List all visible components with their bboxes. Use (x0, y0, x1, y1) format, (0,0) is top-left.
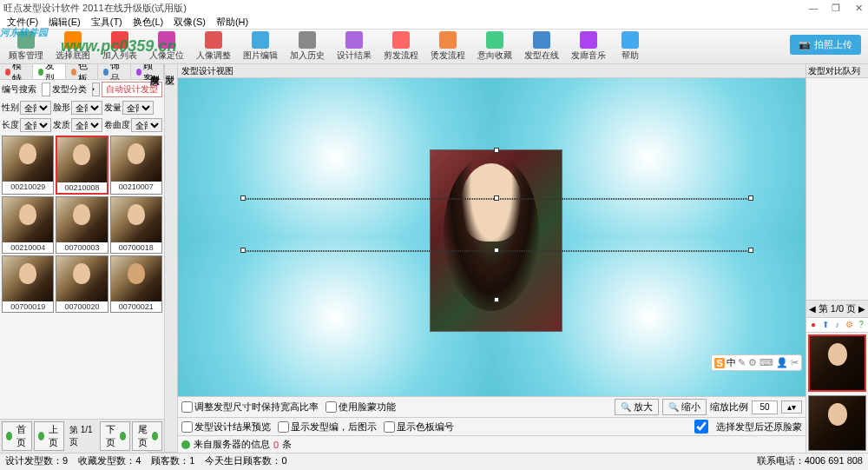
pager-text: 第 1/1 页 (69, 424, 95, 448)
zoom-controls: 🔍 放大 🔍 缩小 缩放比例 ▴▾ (615, 399, 802, 415)
left-panel: 模特 发型 色板 饰品 顾客 编号搜索 发型分类 全部 自动设计发型 性别全部 … (0, 64, 165, 453)
message-bar: 来自服务器的信息 0 条 (178, 435, 806, 453)
handle-tm[interactable] (494, 195, 499, 201)
status-store: 收藏发型数：4 (78, 454, 141, 467)
thumbnail-grid: 0021002900210008002100070021000400700003… (0, 134, 164, 419)
toolbar: 顾客管理 选择底图 加入列表 人像定位 人像调整 图片编辑 加入历史 设计结果 … (0, 30, 868, 64)
check-mask[interactable]: 使用脸蒙功能 (326, 400, 396, 414)
filter-length[interactable]: 全部 (20, 118, 51, 132)
category-label: 发型分类 (52, 83, 90, 96)
menu-color[interactable]: 换色(L) (129, 16, 167, 29)
compare-thumb-2[interactable] (808, 395, 866, 451)
canvas-controls-2: 发型设计结果预览 显示发型编，后图示 显示色板编号 选择发型后还原脸蒙 (178, 417, 806, 435)
search-label: 编号搜索 (2, 83, 40, 96)
zoom-in-button[interactable]: 🔍 放大 (615, 399, 659, 415)
status-customers: 顾客数：1 (151, 454, 194, 467)
tb-adjust[interactable]: 人像调整 (191, 30, 236, 63)
zoom-out-button[interactable]: 🔍 缩小 (662, 399, 707, 415)
filter-quality[interactable]: 全部 (71, 118, 102, 132)
statusbar: 设计发型数：9 收藏发型数：4 顾客数：1 今天生日顾客数：0 联系电话：400… (0, 453, 868, 468)
tool-2[interactable]: ⬆ (820, 320, 831, 330)
tool-1[interactable]: ● (808, 320, 819, 330)
vertical-tabs: 发型 意向发型 (165, 64, 178, 453)
menu-dual[interactable]: 双像(S) (170, 16, 209, 29)
tab-model[interactable]: 模特 (0, 64, 33, 79)
handle-tr[interactable] (748, 195, 753, 201)
handle-bm[interactable] (494, 248, 499, 253)
hairstyle-thumb[interactable]: 00210007 (110, 136, 162, 195)
tb-perm[interactable]: 烫发流程 (425, 30, 470, 63)
msg-unit: 条 (282, 438, 292, 451)
hairstyle-thumb[interactable]: 00210008 (56, 136, 108, 195)
maximize-icon[interactable]: ❐ (830, 3, 842, 14)
hairstyle-thumb[interactable]: 00700021 (110, 255, 162, 313)
tb-result[interactable]: 设计结果 (332, 30, 377, 63)
handle-tl[interactable] (240, 195, 246, 201)
search-row: 编号搜索 发型分类 全部 自动设计发型 (0, 80, 164, 99)
hairstyle-thumb[interactable]: 00700019 (2, 255, 54, 313)
tool-5[interactable]: ? (856, 320, 866, 330)
minimize-icon[interactable]: — (807, 3, 819, 13)
check-restore[interactable]: 选择发型后还原脸蒙 (688, 420, 802, 434)
filter-face[interactable]: 全部 (71, 101, 102, 115)
tool-3[interactable]: ♪ (832, 320, 843, 330)
tb-fav[interactable]: 意向收藏 (472, 30, 517, 63)
handle-b[interactable] (494, 297, 499, 302)
hairstyle-thumb[interactable]: 00210029 (2, 136, 54, 195)
menu-edit[interactable]: 编辑(E) (45, 16, 84, 29)
tb-baseimg[interactable]: 选择底图 (50, 30, 95, 63)
category-select[interactable]: 全部 (92, 83, 101, 96)
tab-hairstyle[interactable]: 发型 (33, 64, 66, 79)
menu-tools[interactable]: 宝具(T) (88, 16, 126, 29)
filter-gender[interactable]: 全部 (20, 101, 51, 115)
design-canvas[interactable] (178, 78, 806, 396)
menu-help[interactable]: 帮助(H) (213, 16, 252, 29)
model-photo[interactable] (430, 149, 562, 332)
check-ratio[interactable]: 调整发型尺寸时保持宽高比率 (181, 400, 319, 414)
upload-button[interactable]: 📷 拍照上传 (790, 35, 861, 55)
status-design: 设计发型数：9 (5, 454, 68, 467)
zoom-value[interactable] (752, 400, 778, 414)
handle-bl[interactable] (240, 248, 246, 253)
check-preview[interactable]: 发型设计结果预览 (181, 420, 271, 434)
search-input[interactable] (42, 83, 50, 96)
tb-locate[interactable]: 人像定位 (144, 30, 189, 63)
menubar: 文件(F) 编辑(E) 宝具(T) 换色(L) 双像(S) 帮助(H) (0, 16, 868, 30)
tb-addlist[interactable]: 加入列表 (97, 30, 142, 63)
tab-accessory[interactable]: 饰品 (98, 64, 131, 79)
tb-help[interactable]: 帮助 (613, 30, 648, 63)
menu-file[interactable]: 文件(F) (3, 16, 42, 29)
close-icon[interactable]: ✕ (852, 3, 865, 14)
tb-cut[interactable]: 剪发流程 (378, 30, 424, 63)
pager-next[interactable]: 下页 (100, 421, 130, 451)
check-show-color[interactable]: 显示色板编号 (384, 420, 454, 434)
hairstyle-thumb[interactable]: 00700003 (56, 196, 108, 254)
left-tabs: 模特 发型 色板 饰品 顾客 (0, 64, 164, 80)
pager-prev[interactable]: 上页 (34, 421, 64, 451)
status-birthday: 今天生日顾客数：0 (205, 454, 286, 467)
handle-br[interactable] (748, 248, 753, 253)
tb-customer[interactable]: 顾客管理 (3, 30, 49, 63)
left-pager: 首页 上页 第 1/1 页 下页 尾页 (0, 419, 164, 453)
canvas-controls-1: 调整发型尺寸时保持宽高比率 使用脸蒙功能 🔍 放大 🔍 缩小 缩放比例 ▴▾ (178, 396, 806, 417)
hairstyle-thumb[interactable]: 00700018 (110, 196, 162, 254)
right-pager: ◀ 第 1/0 页 ▶ (806, 300, 868, 318)
check-show-style[interactable]: 显示发型编，后图示 (278, 420, 377, 434)
hairstyle-thumb[interactable]: 00700020 (56, 255, 108, 313)
tb-history[interactable]: 加入历史 (285, 30, 330, 63)
ime-indicator[interactable]: S中✎ ⚙ ⌨ 👤 ✂ (711, 354, 802, 371)
camera-icon: 📷 (799, 39, 811, 50)
handle-t[interactable] (494, 148, 499, 153)
tb-imgedit[interactable]: 图片编辑 (238, 30, 283, 63)
msg-label: 来自服务器的信息 (194, 438, 270, 451)
vtab-hairstyle[interactable]: 发型 (162, 64, 177, 453)
compare-thumb-1[interactable] (808, 334, 866, 392)
main-area: 模特 发型 色板 饰品 顾客 编号搜索 发型分类 全部 自动设计发型 性别全部 … (0, 64, 868, 453)
pager-first[interactable]: 首页 (2, 421, 32, 451)
tb-online[interactable]: 发型在线 (519, 30, 564, 63)
zoom-stepper[interactable]: ▴▾ (781, 400, 802, 414)
tool-4[interactable]: ⚙ (844, 320, 854, 330)
tb-music[interactable]: 发廊音乐 (566, 30, 611, 63)
tab-palette[interactable]: 色板 (66, 64, 99, 79)
hairstyle-thumb[interactable]: 00210004 (2, 196, 54, 254)
